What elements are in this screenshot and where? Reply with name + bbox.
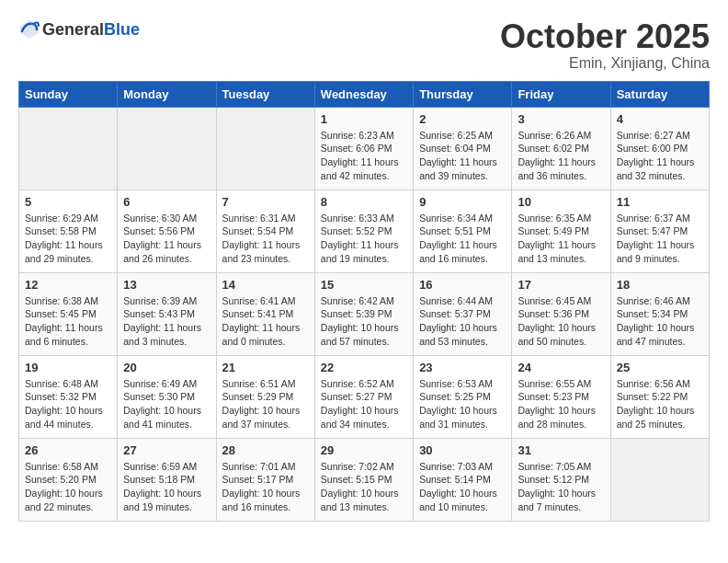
- calendar-cell: 22Sunrise: 6:52 AM Sunset: 5:27 PM Dayli…: [314, 355, 413, 438]
- day-info: Sunrise: 6:52 AM Sunset: 5:27 PM Dayligh…: [321, 377, 407, 431]
- day-number: 21: [222, 361, 309, 374]
- day-number: 26: [25, 443, 111, 457]
- weekday-header: Thursday: [414, 81, 512, 107]
- weekday-header: Tuesday: [216, 81, 314, 107]
- calendar-cell: 29Sunrise: 7:02 AM Sunset: 5:15 PM Dayli…: [314, 438, 413, 521]
- day-info: Sunrise: 6:29 AM Sunset: 5:58 PM Dayligh…: [25, 212, 111, 266]
- day-info: Sunrise: 7:01 AM Sunset: 5:17 PM Dayligh…: [222, 460, 309, 514]
- day-number: 16: [419, 278, 506, 292]
- day-number: 28: [222, 443, 309, 457]
- day-number: 27: [123, 443, 210, 457]
- calendar-cell: 5Sunrise: 6:29 AM Sunset: 5:58 PM Daylig…: [19, 190, 118, 272]
- calendar-week-row: 12Sunrise: 6:38 AM Sunset: 5:45 PM Dayli…: [19, 272, 710, 355]
- day-info: Sunrise: 6:44 AM Sunset: 5:37 PM Dayligh…: [419, 294, 506, 349]
- logo-icon: [18, 18, 40, 40]
- day-number: 15: [321, 278, 407, 292]
- day-number: 12: [25, 278, 111, 292]
- day-info: Sunrise: 6:59 AM Sunset: 5:18 PM Dayligh…: [123, 460, 210, 514]
- day-info: Sunrise: 7:03 AM Sunset: 5:14 PM Dayligh…: [419, 460, 506, 514]
- calendar-cell: 15Sunrise: 6:42 AM Sunset: 5:39 PM Dayli…: [314, 272, 413, 355]
- calendar-cell: 27Sunrise: 6:59 AM Sunset: 5:18 PM Dayli…: [118, 438, 216, 521]
- day-number: 11: [617, 195, 703, 209]
- day-info: Sunrise: 6:42 AM Sunset: 5:39 PM Dayligh…: [321, 294, 407, 349]
- calendar-week-row: 26Sunrise: 6:58 AM Sunset: 5:20 PM Dayli…: [19, 438, 710, 521]
- calendar-cell: 30Sunrise: 7:03 AM Sunset: 5:14 PM Dayli…: [414, 438, 512, 521]
- day-number: 8: [321, 195, 407, 209]
- calendar-cell: 13Sunrise: 6:39 AM Sunset: 5:43 PM Dayli…: [118, 272, 216, 355]
- day-number: 5: [25, 195, 111, 209]
- day-number: 13: [123, 278, 210, 292]
- day-number: 19: [25, 361, 111, 374]
- day-info: Sunrise: 6:30 AM Sunset: 5:56 PM Dayligh…: [123, 212, 210, 266]
- calendar-cell: 24Sunrise: 6:55 AM Sunset: 5:23 PM Dayli…: [512, 355, 610, 438]
- weekday-header: Sunday: [19, 81, 118, 107]
- weekday-header: Friday: [512, 81, 610, 107]
- logo-text: GeneralBlue: [42, 20, 140, 40]
- day-info: Sunrise: 6:45 AM Sunset: 5:36 PM Dayligh…: [518, 294, 604, 349]
- day-info: Sunrise: 7:02 AM Sunset: 5:15 PM Dayligh…: [321, 460, 407, 514]
- day-number: 20: [123, 361, 210, 374]
- calendar-cell: 11Sunrise: 6:37 AM Sunset: 5:47 PM Dayli…: [610, 190, 709, 272]
- day-info: Sunrise: 6:48 AM Sunset: 5:32 PM Dayligh…: [25, 377, 111, 431]
- day-number: 25: [617, 361, 703, 374]
- day-number: 10: [518, 195, 604, 209]
- page-header: GeneralBlue October 2025 Emin, Xinjiang,…: [18, 18, 710, 72]
- day-info: Sunrise: 6:27 AM Sunset: 6:00 PM Dayligh…: [617, 129, 703, 183]
- calendar-cell: 8Sunrise: 6:33 AM Sunset: 5:52 PM Daylig…: [314, 190, 413, 272]
- calendar-week-row: 19Sunrise: 6:48 AM Sunset: 5:32 PM Dayli…: [19, 355, 710, 438]
- day-number: 14: [222, 278, 309, 292]
- day-info: Sunrise: 7:05 AM Sunset: 5:12 PM Dayligh…: [518, 460, 604, 514]
- calendar-cell: [118, 107, 216, 190]
- calendar-cell: 12Sunrise: 6:38 AM Sunset: 5:45 PM Dayli…: [19, 272, 118, 355]
- day-number: 30: [419, 443, 506, 457]
- calendar-cell: 2Sunrise: 6:25 AM Sunset: 6:04 PM Daylig…: [414, 107, 512, 190]
- day-info: Sunrise: 6:58 AM Sunset: 5:20 PM Dayligh…: [25, 460, 111, 514]
- weekday-header-row: SundayMondayTuesdayWednesdayThursdayFrid…: [19, 81, 710, 107]
- day-number: 23: [419, 361, 506, 374]
- day-info: Sunrise: 6:53 AM Sunset: 5:25 PM Dayligh…: [419, 377, 506, 431]
- calendar-cell: 20Sunrise: 6:49 AM Sunset: 5:30 PM Dayli…: [118, 355, 216, 438]
- day-number: 18: [617, 278, 703, 292]
- calendar-cell: 14Sunrise: 6:41 AM Sunset: 5:41 PM Dayli…: [216, 272, 314, 355]
- calendar-cell: [19, 107, 118, 190]
- title-block: October 2025 Emin, Xinjiang, China: [500, 18, 710, 72]
- calendar-cell: 3Sunrise: 6:26 AM Sunset: 6:02 PM Daylig…: [512, 107, 610, 190]
- calendar-cell: 4Sunrise: 6:27 AM Sunset: 6:00 PM Daylig…: [610, 107, 709, 190]
- day-info: Sunrise: 6:56 AM Sunset: 5:22 PM Dayligh…: [617, 377, 703, 431]
- calendar-table: SundayMondayTuesdayWednesdayThursdayFrid…: [18, 81, 710, 522]
- day-info: Sunrise: 6:51 AM Sunset: 5:29 PM Dayligh…: [222, 377, 309, 431]
- calendar-cell: 25Sunrise: 6:56 AM Sunset: 5:22 PM Dayli…: [610, 355, 709, 438]
- day-info: Sunrise: 6:35 AM Sunset: 5:49 PM Dayligh…: [518, 212, 604, 266]
- day-info: Sunrise: 6:37 AM Sunset: 5:47 PM Dayligh…: [617, 212, 703, 266]
- calendar-cell: 18Sunrise: 6:46 AM Sunset: 5:34 PM Dayli…: [610, 272, 709, 355]
- day-info: Sunrise: 6:49 AM Sunset: 5:30 PM Dayligh…: [123, 377, 210, 431]
- day-number: 24: [518, 361, 604, 374]
- weekday-header: Wednesday: [314, 81, 413, 107]
- calendar-cell: 16Sunrise: 6:44 AM Sunset: 5:37 PM Dayli…: [414, 272, 512, 355]
- calendar-cell: 9Sunrise: 6:34 AM Sunset: 5:51 PM Daylig…: [414, 190, 512, 272]
- calendar-cell: 26Sunrise: 6:58 AM Sunset: 5:20 PM Dayli…: [19, 438, 118, 521]
- day-number: 22: [321, 361, 407, 374]
- calendar-cell: [610, 438, 709, 521]
- calendar-cell: 7Sunrise: 6:31 AM Sunset: 5:54 PM Daylig…: [216, 190, 314, 272]
- logo: GeneralBlue: [18, 18, 140, 40]
- calendar-cell: [216, 107, 314, 190]
- day-info: Sunrise: 6:41 AM Sunset: 5:41 PM Dayligh…: [222, 294, 309, 349]
- day-number: 6: [123, 195, 210, 209]
- calendar-cell: 10Sunrise: 6:35 AM Sunset: 5:49 PM Dayli…: [512, 190, 610, 272]
- calendar-cell: 28Sunrise: 7:01 AM Sunset: 5:17 PM Dayli…: [216, 438, 314, 521]
- day-number: 31: [518, 443, 604, 457]
- day-info: Sunrise: 6:33 AM Sunset: 5:52 PM Dayligh…: [321, 212, 407, 266]
- day-number: 29: [321, 443, 407, 457]
- day-number: 17: [518, 278, 604, 292]
- calendar-week-row: 5Sunrise: 6:29 AM Sunset: 5:58 PM Daylig…: [19, 190, 710, 272]
- calendar-cell: 17Sunrise: 6:45 AM Sunset: 5:36 PM Dayli…: [512, 272, 610, 355]
- calendar-cell: 1Sunrise: 6:23 AM Sunset: 6:06 PM Daylig…: [314, 107, 413, 190]
- day-info: Sunrise: 6:23 AM Sunset: 6:06 PM Dayligh…: [321, 129, 407, 183]
- calendar-week-row: 1Sunrise: 6:23 AM Sunset: 6:06 PM Daylig…: [19, 107, 710, 190]
- calendar-cell: 19Sunrise: 6:48 AM Sunset: 5:32 PM Dayli…: [19, 355, 118, 438]
- calendar-cell: 23Sunrise: 6:53 AM Sunset: 5:25 PM Dayli…: [414, 355, 512, 438]
- location-title: Emin, Xinjiang, China: [500, 55, 710, 72]
- day-info: Sunrise: 6:31 AM Sunset: 5:54 PM Dayligh…: [222, 212, 309, 266]
- day-info: Sunrise: 6:26 AM Sunset: 6:02 PM Dayligh…: [518, 129, 604, 183]
